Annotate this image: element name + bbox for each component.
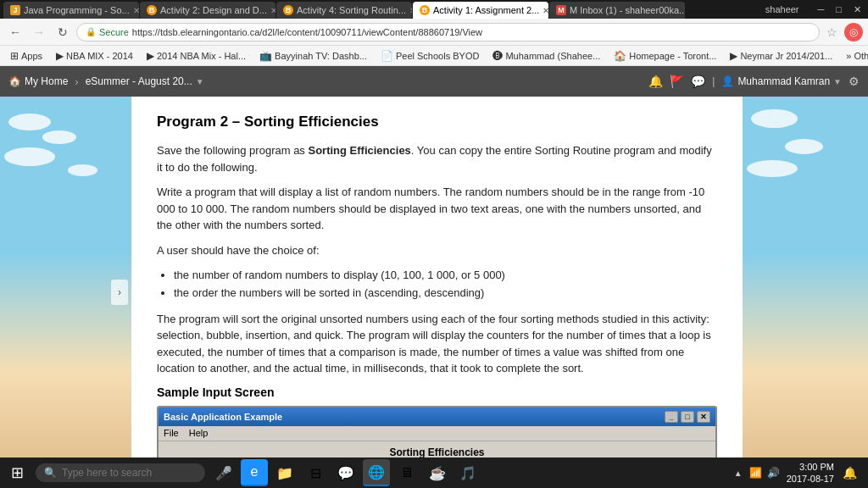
volume-icon[interactable]: 🔊: [767, 467, 780, 479]
taskbar-edge[interactable]: e: [241, 459, 268, 486]
sample-app-close[interactable]: ✕: [697, 411, 710, 423]
neymar-icon: ▶: [730, 50, 737, 62]
tab-activity1[interactable]: B Activity 1: Assignment 2... ✕: [413, 2, 548, 19]
para2: A user should have the choice of:: [157, 242, 717, 259]
taskbar-taskview[interactable]: ⊟: [302, 459, 329, 486]
para3: The program will sort the original unsor…: [157, 311, 717, 377]
start-button[interactable]: ⊞: [3, 459, 31, 486]
taskbar-browser-active[interactable]: 🌐: [363, 459, 390, 486]
user-menu[interactable]: 👤 Muhammad Kamran ▼: [721, 75, 842, 87]
tab-icon-activity4: B: [283, 5, 293, 15]
taskbar-music[interactable]: 🎵: [454, 459, 481, 486]
bookmark-muhammad[interactable]: 🅑 Muhammad (Shahee...: [489, 48, 604, 64]
flag-icon[interactable]: 🚩: [670, 75, 684, 88]
network-icon[interactable]: 📶: [749, 467, 762, 479]
url-bar[interactable]: 🔒 Secure https://tdsb.elearningontario.c…: [76, 23, 820, 42]
taskbar-time-display: 3:00 PM: [787, 461, 834, 473]
cloud-2: [42, 130, 76, 144]
sample-app-titlebar: Basic Application Example _ □ ✕: [159, 408, 715, 426]
tab-java[interactable]: J Java Programming - So... ✕: [3, 2, 139, 19]
close-button[interactable]: ✕: [850, 3, 865, 17]
bullet-list: the number of random numbers to display …: [174, 267, 717, 302]
cloud-3: [4, 147, 55, 166]
video-icon-2: ▶: [147, 50, 154, 62]
menu-file[interactable]: File: [164, 428, 179, 438]
bookmark-nba2[interactable]: ▶ 2014 NBA Mix - Hal...: [143, 48, 249, 64]
tv-icon: 📺: [259, 50, 272, 62]
main-layout: › Program 2 – Sorting Efficiencies Save …: [0, 97, 868, 488]
home-icon-bm: 🏠: [614, 50, 626, 62]
breadcrumb-separator: ›: [75, 75, 78, 88]
home-icon-nav: 🏠: [8, 75, 21, 87]
sample-app-menubar: File Help: [159, 426, 715, 441]
bookmark-more[interactable]: » Other bookmarks: [843, 49, 868, 63]
sample-app-title-text: Basic Application Example: [164, 412, 282, 422]
tab-close-activity4[interactable]: ✕: [409, 6, 412, 15]
taskbar-cortana[interactable]: 🎤: [210, 459, 237, 486]
para1: Write a program that will display a list…: [157, 184, 717, 234]
home-nav-link[interactable]: 🏠 My Home: [8, 75, 68, 87]
sample-app-minimize[interactable]: _: [665, 411, 678, 423]
address-bar: ← → ↻ 🔒 Secure https://tdsb.elearningont…: [0, 19, 868, 46]
bookmark-homepage[interactable]: 🏠 Homepage - Toront...: [610, 48, 720, 64]
menu-help[interactable]: Help: [189, 428, 209, 438]
taskbar-search-icon: 🔍: [44, 467, 57, 479]
bookmark-apps[interactable]: ⊞ Apps: [7, 48, 46, 64]
user-dropdown-icon: ▼: [833, 77, 842, 86]
cloud-4: [68, 164, 97, 176]
cloud-1: [8, 114, 51, 130]
bookmarks-bar: ⊞ Apps ▶ NBA MIX - 2014 ▶ 2014 NBA Mix -…: [0, 46, 868, 66]
bookmark-nba1[interactable]: ▶ NBA MIX - 2014: [53, 48, 136, 64]
taskbar-messaging[interactable]: 💬: [332, 459, 359, 486]
chat-icon[interactable]: 💬: [691, 75, 705, 88]
taskbar-search-bar[interactable]: 🔍: [36, 463, 205, 482]
back-button[interactable]: ←: [5, 22, 25, 42]
bookmark-neymar[interactable]: ▶ Neymar Jr 2014/201...: [726, 48, 836, 64]
sample-app-controls: _ □ ✕: [665, 411, 710, 423]
sample-app-restore[interactable]: □: [681, 411, 694, 423]
right-sidebar: [743, 97, 868, 488]
taskbar-java[interactable]: ☕: [424, 459, 451, 486]
taskbar-search-input[interactable]: [62, 467, 189, 479]
sidebar-collapse-arrow[interactable]: ›: [111, 280, 128, 305]
title-bar-user: shaheer: [762, 3, 803, 16]
system-tray-icons: 📶 🔊: [749, 467, 780, 479]
tab-icon-gmail: M: [556, 5, 566, 15]
tab-close-java[interactable]: ✕: [133, 6, 139, 15]
settings-icon[interactable]: ⚙: [849, 75, 860, 88]
window-controls: shaheer ─ □ ✕: [762, 3, 865, 17]
tab-activity2[interactable]: B Activity 2: Design and D... ✕: [140, 2, 275, 19]
firefox-button[interactable]: ◎: [844, 23, 863, 42]
bookmark-star-icon[interactable]: ☆: [826, 25, 837, 39]
cloud-r2: [785, 139, 823, 154]
bookmark-bayyinah[interactable]: 📺 Bayyinah TV: Dashb...: [256, 48, 370, 64]
breadcrumb-dropdown-icon[interactable]: ▼: [196, 77, 204, 86]
secure-label: Secure: [99, 27, 129, 37]
refresh-button[interactable]: ↻: [53, 22, 73, 42]
minimize-button[interactable]: ─: [815, 3, 828, 16]
content-area: Program 2 – Sorting Efficiencies Save th…: [131, 97, 743, 488]
forward-button[interactable]: →: [29, 22, 49, 42]
tab-icon-activity1: B: [420, 5, 430, 15]
breadcrumb: eSummer - August 20... ▼: [86, 75, 204, 87]
notification-center-button[interactable]: 🔔: [841, 464, 858, 481]
tab-close-activity1[interactable]: ✕: [542, 6, 548, 15]
bell-icon[interactable]: 🔔: [648, 75, 663, 88]
tab-activity4[interactable]: B Activity 4: Sorting Routin... ✕: [276, 2, 412, 19]
restore-button[interactable]: □: [832, 3, 845, 16]
cloud-r3: [747, 160, 798, 177]
person-icon: 🅑: [492, 50, 503, 62]
lock-icon: 🔒: [86, 27, 96, 36]
taskbar-explorer[interactable]: 📁: [271, 459, 298, 486]
sample-heading: Sample Input Screen: [157, 385, 717, 399]
system-tray-expand[interactable]: ▲: [734, 469, 743, 478]
tab-gmail[interactable]: M M Inbox (1) - shaheer00ka... ✕: [549, 2, 685, 19]
bookmark-peel[interactable]: 📄 Peel Schools BYOD: [377, 48, 482, 64]
user-avatar-icon: 👤: [721, 75, 734, 87]
url-text: https://tdsb.elearningontario.ca/d2l/le/…: [132, 27, 482, 37]
taskbar-monitor[interactable]: 🖥: [393, 459, 420, 486]
bullet-item-2: the order the numbers will be sorted in …: [174, 285, 717, 302]
taskbar-clock[interactable]: 3:00 PM 2017-08-17: [787, 461, 834, 485]
tab-icon-java: J: [10, 5, 20, 15]
tab-close-activity2[interactable]: ✕: [270, 6, 275, 15]
